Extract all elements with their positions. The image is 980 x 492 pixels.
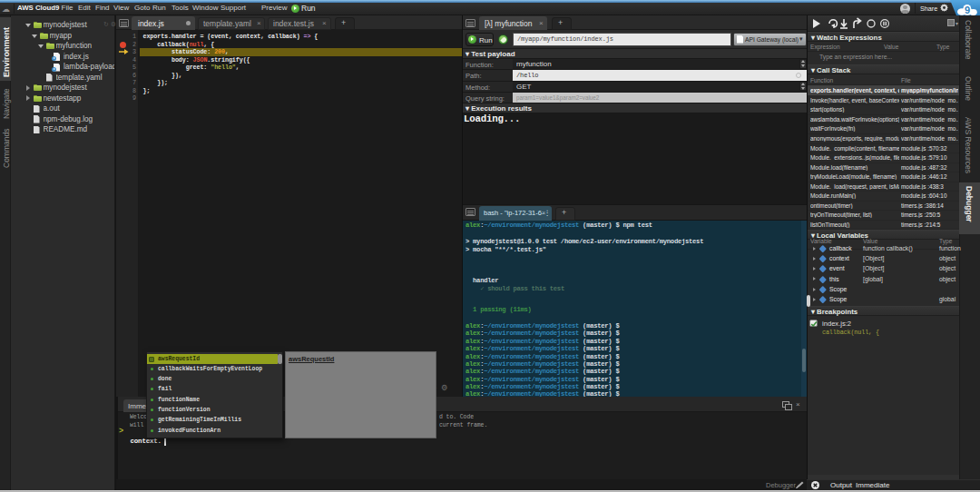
svg-text:9: 9 [965,5,970,15]
